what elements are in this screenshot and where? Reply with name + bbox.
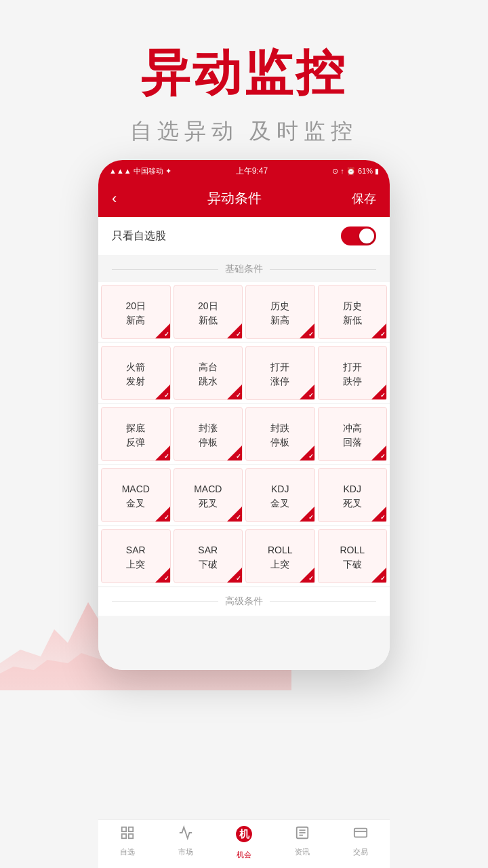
grid-item-text: 历史新低 (343, 299, 362, 328)
grid-item-text: 火箭发射 (126, 360, 145, 389)
grid-item-text: 封跌停板 (270, 421, 289, 450)
checkmark-icon (155, 568, 170, 583)
battery-text: ⊙ ↑ ⏰ 61% ▮ (332, 167, 379, 176)
grid-item-1-3[interactable]: 打开跌停 (318, 346, 388, 400)
checkmark-icon (300, 507, 314, 521)
grid-item-text: 冲高回落 (343, 421, 362, 450)
grid-item-4-3[interactable]: ROLL下破 (318, 529, 388, 583)
grid-item-1-0[interactable]: 火箭发射 (101, 346, 171, 400)
toggle-switch[interactable] (341, 226, 376, 245)
grid-item-1-2[interactable]: 打开涨停 (245, 346, 315, 400)
toggle-row: 只看自选股 (98, 217, 390, 255)
toggle-label: 只看自选股 (112, 229, 166, 243)
grid-item-0-2[interactable]: 历史新高 (245, 285, 315, 339)
grid-item-text: MACD死叉 (194, 482, 222, 511)
checkmark-icon (300, 384, 314, 399)
checkmark-icon (155, 323, 170, 338)
grid-item-2-1[interactable]: 封涨停板 (174, 407, 243, 461)
checkmark-icon (227, 323, 242, 338)
grid-item-text: 20日新高 (125, 299, 146, 328)
grid-row-4: SAR上突SAR下破ROLL上突ROLL下破 (98, 526, 390, 586)
status-bar: ▲▲▲ 中国移动 ✦ 上午9:47 ⊙ ↑ ⏰ 61% ▮ (98, 160, 390, 182)
grid-item-text: MACD金叉 (122, 482, 150, 511)
grid-item-3-0[interactable]: MACD金叉 (101, 468, 171, 522)
grid-item-text: ROLL上突 (268, 543, 293, 572)
grid-item-text: ROLL下破 (340, 543, 365, 572)
checkmark-icon (155, 384, 170, 399)
grid-item-text: KDJ金叉 (270, 482, 289, 511)
time-text: 上午9:47 (236, 165, 268, 177)
checkmark-icon (371, 323, 386, 338)
carrier-text: ▲▲▲ 中国移动 ✦ (109, 166, 171, 176)
grid-item-2-0[interactable]: 探底反弹 (101, 407, 171, 461)
grid-item-text: 20日新低 (198, 299, 218, 328)
grid-item-3-2[interactable]: KDJ金叉 (245, 468, 315, 522)
grid-item-text: SAR上突 (126, 543, 146, 572)
checkmark-icon (371, 568, 386, 583)
grid-item-0-3[interactable]: 历史新低 (318, 285, 388, 339)
grid-item-3-3[interactable]: KDJ死叉 (318, 468, 388, 522)
checkmark-icon (300, 446, 314, 460)
checkmark-icon (371, 507, 386, 521)
checkmark-icon (227, 568, 242, 583)
checkmark-icon (227, 507, 242, 521)
phone-screen: ▲▲▲ 中国移动 ✦ 上午9:47 ⊙ ↑ ⏰ 61% ▮ ‹ 异动条件 保存 … (98, 160, 390, 670)
grid-item-2-3[interactable]: 冲高回落 (318, 407, 388, 461)
grid-item-0-1[interactable]: 20日新低 (174, 285, 243, 339)
grid-item-1-1[interactable]: 高台跳水 (174, 346, 243, 400)
grid-item-4-0[interactable]: SAR上突 (101, 529, 171, 583)
grid-item-text: 打开跌停 (343, 360, 362, 389)
grid-row-1: 火箭发射高台跳水打开涨停打开跌停 (98, 343, 390, 403)
checkmark-icon (300, 323, 314, 338)
grid-item-text: 高台跳水 (199, 360, 218, 389)
grid-item-text: SAR下破 (198, 543, 218, 572)
grid-item-3-1[interactable]: MACD死叉 (174, 468, 243, 522)
basic-section-header: 基础条件 (98, 256, 390, 282)
conditions-grid: 20日新高20日新低历史新高历史新低火箭发射高台跳水打开涨停打开跌停探底反弹封涨… (98, 282, 390, 586)
hero-section: 异动监控 自选异动 及时监控 ▲▲▲ 中国移动 ✦ 上午9:47 ⊙ ↑ ⏰ 6… (0, 0, 488, 690)
hero-subtitle: 自选异动 及时监控 (14, 117, 474, 146)
save-button[interactable]: 保存 (352, 191, 376, 207)
grid-item-text: KDJ死叉 (343, 482, 362, 511)
hero-title: 异动监控 (14, 41, 474, 106)
content-area: 只看自选股 基础条件 20日新高20日新低历史新高历史新低火箭发射高台跳水打开涨… (98, 217, 390, 670)
checkmark-icon (371, 446, 386, 460)
checkmark-icon (227, 384, 242, 399)
grid-row-0: 20日新高20日新低历史新高历史新低 (98, 282, 390, 342)
back-button[interactable]: ‹ (112, 190, 117, 208)
advanced-section-header: 高级条件 (98, 587, 390, 616)
grid-row-2: 探底反弹封涨停板封跌停板冲高回落 (98, 404, 390, 464)
nav-bar: ‹ 异动条件 保存 (98, 182, 390, 217)
checkmark-icon (227, 446, 242, 460)
checkmark-icon (300, 568, 314, 583)
advanced-section: 高级条件 (98, 587, 390, 616)
checkmark-icon (371, 384, 386, 399)
grid-item-text: 历史新高 (270, 299, 289, 328)
checkmark-icon (155, 446, 170, 460)
grid-item-0-0[interactable]: 20日新高 (101, 285, 171, 339)
grid-item-2-2[interactable]: 封跌停板 (245, 407, 315, 461)
checkmark-icon (155, 507, 170, 521)
grid-item-text: 封涨停板 (199, 421, 218, 450)
grid-item-text: 探底反弹 (126, 421, 145, 450)
grid-row-3: MACD金叉MACD死叉KDJ金叉KDJ死叉 (98, 465, 390, 525)
nav-title: 异动条件 (207, 189, 262, 208)
grid-item-4-2[interactable]: ROLL上突 (245, 529, 315, 583)
grid-item-text: 打开涨停 (270, 360, 289, 389)
grid-item-4-1[interactable]: SAR下破 (174, 529, 243, 583)
